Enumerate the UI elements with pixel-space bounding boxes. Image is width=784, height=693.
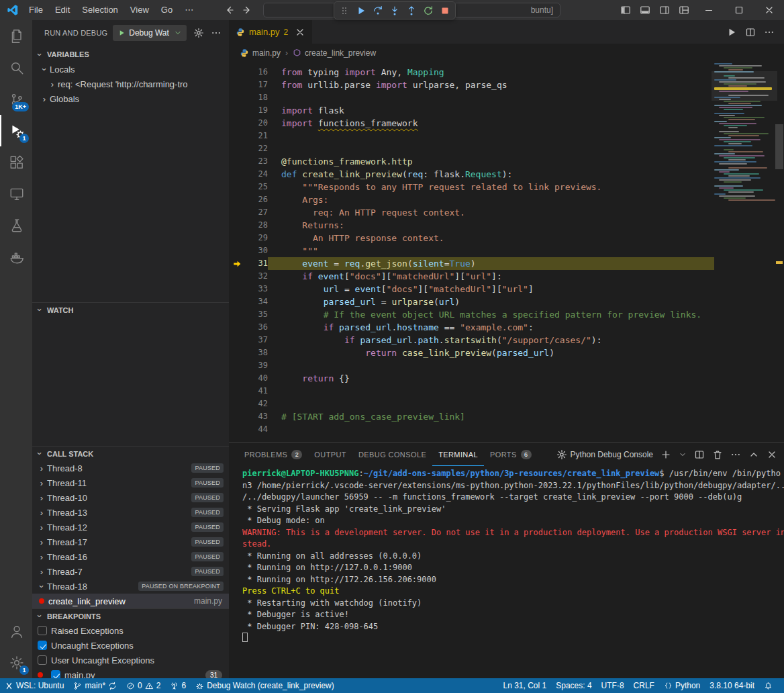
variables-locals-row[interactable]: › Locals [32,62,229,77]
close-icon[interactable] [295,27,305,38]
variables-header[interactable]: › VARIABLES [32,47,229,62]
breakpoint-checkbox[interactable] [38,641,47,650]
activity-settings[interactable]: 1 [0,647,32,678]
code-line-31[interactable]: 31 event = req.get_json(silent=True) [229,257,714,270]
breadcrumb-item[interactable]: create_link_preview [293,48,376,58]
editor-scrollbar[interactable] [775,124,783,169]
activity-remote-explorer[interactable] [0,178,32,210]
layout-sidebar-left-button[interactable] [616,0,635,20]
layout-sidebar-right-button[interactable] [654,0,674,20]
code-line-38[interactable]: 38 return case_link_preview(parsed_url) [229,346,714,359]
code-line-26[interactable]: 26 Args: [229,193,714,206]
panel-tab-problems[interactable]: PROBLEMS2 [238,443,308,466]
activity-docker[interactable] [0,241,32,273]
code-line-37[interactable]: 37 if parsed_url.path.startswith("/suppo… [229,334,714,346]
activity-run-debug[interactable]: 1 [0,115,32,146]
status-item-crlf[interactable]: CRLF [629,678,659,693]
layout-customize-button[interactable] [674,0,693,20]
breakpoint-checkbox[interactable] [38,626,47,635]
more-actions-icon[interactable] [211,28,222,38]
code-line-34[interactable]: 34 parsed_url = urlparse(url) [229,295,714,308]
code-line-20[interactable]: 20import functions_framework [229,117,714,130]
call-stack-header[interactable]: › CALL STACK [32,446,229,461]
thread-row[interactable]: ›Thread-10PAUSED [32,490,229,505]
status-item-spaces-4[interactable]: Spaces: 4 [551,678,596,693]
code-line-40[interactable]: 40 return {} [229,372,714,385]
code-line-43[interactable]: 43# [START add_ons_case_preview_link] [229,410,714,423]
menu-[interactable]: ⋯ [179,0,199,20]
code-line-33[interactable]: 33 url = event["docs"]["matchedUrl"]["ur… [229,283,714,295]
close-button[interactable] [754,0,784,20]
code-line-28[interactable]: 28 Returns: [229,219,714,232]
code-line-35[interactable]: 35 # If the event object URL matches a s… [229,308,714,321]
activity-source-control[interactable]: 1K+ [0,83,32,115]
minimap[interactable] [714,63,775,271]
code-line-22[interactable]: 22 [229,142,714,155]
status-item-main[interactable]: main* [68,678,121,693]
thread-row[interactable]: ›Thread-8PAUSED [32,461,229,475]
code-line-32[interactable]: 32 if event["docs"]["matchedUrl"]["url"]… [229,270,714,283]
code-line-42[interactable]: 42 [229,398,714,410]
more-icon[interactable] [730,449,741,460]
code-line-19[interactable]: 19import flask [229,104,714,117]
step-into-button[interactable] [387,3,403,19]
status-item-utf-8[interactable]: UTF-8 [597,678,629,693]
code-line-27[interactable]: 27 req: An HTTP request context. [229,206,714,219]
breakpoint-checkbox[interactable] [51,670,60,678]
thread-row[interactable]: ›Thread-12PAUSED [32,520,229,535]
thread-row[interactable]: ›Thread-17PAUSED [32,535,229,549]
panel-tab-debug-console[interactable]: DEBUG CONSOLE [352,443,432,466]
code-line-30[interactable]: 30 """ [229,244,714,257]
code-line-21[interactable]: 21 [229,130,714,142]
stop-button[interactable] [437,3,453,19]
close-icon[interactable] [767,449,777,460]
chevron-up-icon[interactable] [748,449,759,460]
activity-testing[interactable] [0,210,32,241]
menu-go[interactable]: Go [155,0,179,20]
thread-row[interactable]: ›Thread-18PAUSED ON BREAKPOINT [32,579,229,594]
minimize-button[interactable] [693,0,724,20]
back-arrow-icon[interactable] [224,5,235,15]
debug-config-dropdown[interactable]: Debug Wat [113,25,187,41]
terminal[interactable]: pierrick@LAPTOP-HKU5PNNG:~/git/add-ons-s… [229,467,784,678]
tab-main-py[interactable]: main.py 2 [229,20,312,44]
breadcrumb-item[interactable]: main.py [240,48,281,58]
watch-header[interactable]: › WATCH [32,302,229,317]
status-item-3-8-10-64-bit[interactable]: 3.8.10 64-bit [705,678,759,693]
maximize-button[interactable] [724,0,754,20]
code-editor[interactable]: 16from typing import Any, Mapping17from … [229,62,784,442]
step-out-button[interactable] [403,3,420,19]
panel-tab-output[interactable]: OUTPUT [308,443,352,466]
code-line-23[interactable]: 23@functions_framework.http [229,155,714,168]
breakpoint-row[interactable]: Uncaught Exceptions [32,638,229,653]
status-item-ln-31-col-1[interactable]: Ln 31, Col 1 [498,678,551,693]
thread-row[interactable]: ›Thread-13PAUSED [32,505,229,520]
split-icon[interactable] [694,449,705,460]
status-item-0[interactable]: 02 [121,678,165,693]
status-item-python[interactable]: Python [659,678,705,693]
layout-panel-button[interactable] [635,0,654,20]
activity-extensions[interactable] [0,146,32,178]
menu-file[interactable]: File [23,0,49,20]
menu-edit[interactable]: Edit [49,0,76,20]
continue-button[interactable] [353,3,369,19]
code-line-16[interactable]: 16from typing import Any, Mapping [229,66,714,79]
code-line-36[interactable]: 36 if parsed_url.hostname == "example.co… [229,321,714,334]
thread-row[interactable]: ›Thread-11PAUSED [32,475,229,490]
breakpoint-checkbox[interactable] [38,655,47,665]
more-actions-icon[interactable] [764,27,775,38]
code-line-41[interactable]: 41 [229,385,714,398]
variables-globals-row[interactable]: › Globals [32,91,229,106]
terminal-profile[interactable]: Python Debug Console [556,449,653,460]
panel-tab-terminal[interactable]: TERMINAL [432,443,484,466]
status-item-bell[interactable] [759,678,777,693]
code-line-24[interactable]: 24def create_link_preview(req: flask.Req… [229,168,714,181]
activity-explorer[interactable] [0,20,32,52]
status-item-wsl-ubuntu[interactable]: WSL: Ubuntu [0,678,68,693]
variable-req-row[interactable]: › req: <Request 'http://charming-tro [32,77,229,91]
activity-search[interactable] [0,52,32,83]
menu-view[interactable]: View [124,0,155,20]
status-item-6[interactable]: 6 [165,678,191,693]
code-line-39[interactable]: 39 [229,359,714,372]
code-line-17[interactable]: 17from urllib.parse import urlparse, par… [229,79,714,91]
